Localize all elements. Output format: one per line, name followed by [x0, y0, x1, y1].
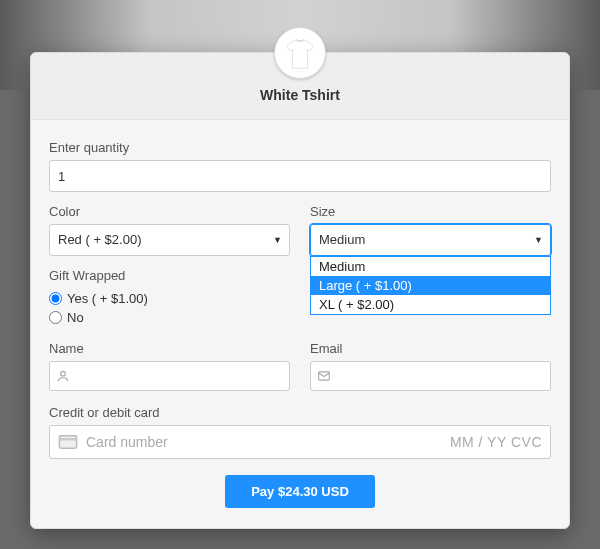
name-input-wrap[interactable]	[49, 361, 290, 391]
svg-rect-4	[59, 438, 76, 440]
card-input-row[interactable]: Card number MM / YY CVC	[49, 425, 551, 459]
name-input[interactable]	[76, 362, 283, 390]
pay-button[interactable]: Pay $24.30 USD	[225, 475, 375, 508]
card-label: Credit or debit card	[49, 405, 551, 420]
person-icon	[56, 369, 70, 383]
name-label: Name	[49, 341, 290, 356]
size-label: Size	[310, 204, 551, 219]
checkout-modal: White Tshirt Enter quantity Color Red ( …	[30, 52, 570, 529]
email-input-wrap[interactable]	[310, 361, 551, 391]
card-number-placeholder: Card number	[86, 434, 450, 450]
quantity-label: Enter quantity	[49, 140, 551, 155]
form-body: Enter quantity Color Red ( + $2.00) Size…	[31, 120, 569, 524]
color-label: Color	[49, 204, 290, 219]
svg-point-1	[61, 371, 66, 376]
gift-yes-label: Yes ( + $1.00)	[67, 291, 148, 306]
size-dropdown: Medium Large ( + $1.00) XL ( + $2.00)	[310, 256, 551, 315]
size-option-large[interactable]: Large ( + $1.00)	[311, 276, 550, 295]
gift-no-radio[interactable]	[49, 311, 62, 324]
svg-rect-3	[59, 436, 76, 448]
gift-yes-radio[interactable]	[49, 292, 62, 305]
size-select[interactable]: Medium	[310, 224, 551, 256]
color-select[interactable]: Red ( + $2.00)	[49, 224, 290, 256]
size-option-medium[interactable]: Medium	[311, 257, 550, 276]
credit-card-icon	[58, 435, 78, 449]
quantity-input[interactable]	[49, 160, 551, 192]
mail-icon	[317, 369, 331, 383]
size-option-xl[interactable]: XL ( + $2.00)	[311, 295, 550, 314]
email-label: Email	[310, 341, 551, 356]
svg-point-0	[285, 71, 315, 72]
email-input[interactable]	[337, 362, 544, 390]
product-avatar	[274, 27, 326, 79]
card-expiry-cvc: MM / YY CVC	[450, 434, 542, 450]
tshirt-icon	[281, 34, 319, 72]
gift-no-label: No	[67, 310, 84, 325]
